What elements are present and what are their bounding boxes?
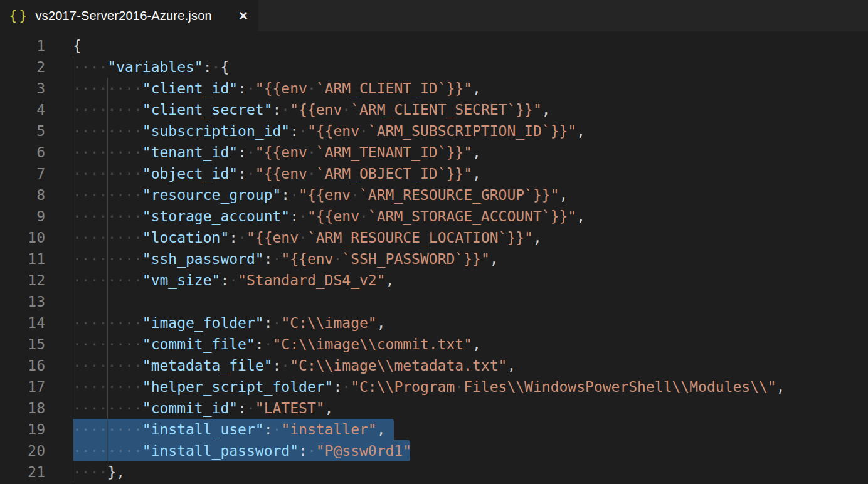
whitespace-dots: · — [281, 102, 290, 118]
whitespace-dots: ········ — [73, 123, 142, 139]
line-number[interactable]: 5 — [0, 120, 45, 142]
code-token: `ARM_SUBSCRIPTION_ID`}}" — [368, 123, 576, 139]
tab-close-icon[interactable]: ✕ — [237, 9, 250, 23]
whitespace-dots: ········ — [73, 400, 142, 416]
line-number[interactable]: 13 — [0, 291, 45, 312]
code-line[interactable]: 19········"install_user":·"installer", — [0, 419, 868, 440]
code-token: "{{env — [299, 187, 351, 203]
code-line[interactable]: 9········"storage_account":·"{{env·`ARM_… — [0, 206, 868, 227]
line-number[interactable]: 12 — [0, 270, 45, 291]
code-line[interactable]: 16········"metadata_file":·"C:\\image\\m… — [0, 355, 868, 376]
code-text: ········"client_secret":·"{{env·`ARM_CLI… — [73, 99, 551, 120]
code-line[interactable]: 4········"client_secret":·"{{env·`ARM_CL… — [0, 99, 868, 120]
code-token: : — [290, 123, 299, 139]
whitespace-dots: · — [238, 229, 246, 246]
code-token: "metadata_file" — [142, 357, 273, 374]
line-number[interactable]: 3 — [0, 78, 45, 99]
code-line[interactable]: 2····"variables":·{ — [0, 56, 868, 78]
line-number[interactable]: 19 — [0, 419, 45, 440]
line-number[interactable]: 6 — [0, 142, 45, 163]
whitespace-dots: · — [299, 229, 307, 246]
line-number[interactable]: 8 — [0, 184, 45, 206]
code-text: ········"install_user":·"installer", — [73, 419, 386, 440]
line-number[interactable]: 2 — [0, 56, 45, 78]
code-line[interactable]: 6········"tenant_id":·"{{env·`ARM_TENANT… — [0, 142, 868, 163]
line-number[interactable]: 11 — [0, 248, 45, 270]
line-number[interactable]: 20 — [0, 440, 45, 461]
line-number[interactable]: 17 — [0, 376, 45, 397]
code-line[interactable]: 5········"subscription_id":·"{{env·`ARM_… — [0, 120, 868, 142]
code-token: : — [238, 80, 246, 97]
whitespace-dots: · — [333, 251, 342, 267]
code-token: , — [533, 229, 542, 246]
code-token: { — [73, 38, 82, 54]
whitespace-dots: ········ — [73, 336, 142, 352]
code-line[interactable]: 1{ — [0, 35, 868, 56]
code-line[interactable]: 17········"helper_script_folder":·"C:\\P… — [0, 376, 868, 397]
line-number[interactable]: 16 — [0, 355, 45, 376]
code-line[interactable]: 18········"commit_id":·"LATEST", — [0, 397, 868, 419]
whitespace-dots: ········ — [73, 315, 142, 331]
code-token: "tenant_id" — [142, 144, 238, 160]
line-number[interactable]: 15 — [0, 334, 45, 355]
code-line[interactable]: 20········"install_password":·"P@ssw0rd1… — [0, 440, 868, 461]
code-token: : — [229, 229, 238, 246]
code-token: "resource_group" — [142, 187, 282, 203]
whitespace-dots: · — [351, 187, 359, 203]
code-line[interactable]: 8········"resource_group":·"{{env·`ARM_R… — [0, 184, 868, 206]
line-number[interactable]: 9 — [0, 206, 45, 227]
whitespace-dots: ········ — [73, 443, 142, 459]
code-line[interactable]: 13 — [0, 291, 868, 312]
line-number[interactable]: 21 — [0, 461, 45, 483]
line-number[interactable]: 1 — [0, 35, 45, 56]
code-token: "{{env — [290, 102, 342, 118]
line-number[interactable]: 18 — [0, 397, 45, 419]
code-line[interactable]: 10········"location":·"{{env·`ARM_RESOUR… — [0, 227, 868, 248]
code-line[interactable]: 21····}, — [0, 461, 868, 483]
code-token: , — [576, 123, 585, 139]
line-number[interactable]: 7 — [0, 163, 45, 184]
indent-guide — [107, 291, 108, 312]
whitespace-dots: ········ — [73, 421, 142, 438]
code-token: : — [299, 443, 307, 459]
code-token: , — [472, 80, 481, 97]
code-text: ····}, — [73, 461, 125, 483]
code-line[interactable]: 3········"client_id":·"{{env·`ARM_CLIENT… — [0, 78, 868, 99]
code-token: `SSH_PASSWORD`}}" — [342, 251, 489, 267]
code-line[interactable]: 11········"ssh_password":·"{{env·`SSH_PA… — [0, 248, 868, 270]
whitespace-dots: · — [229, 272, 238, 288]
code-token: "{{env — [281, 251, 333, 267]
code-lines-container: 1{2····"variables":·{3········"client_id… — [0, 35, 868, 483]
code-token: "image_folder" — [142, 315, 264, 331]
code-line[interactable]: 14········"image_folder":·"C:\\image", — [0, 312, 868, 334]
code-text: ········"ssh_password":·"{{env·`SSH_PASS… — [73, 248, 499, 270]
line-number[interactable]: 4 — [0, 99, 45, 120]
code-token: : — [264, 315, 273, 331]
code-token: "{{env — [255, 166, 307, 182]
code-token: "client_secret" — [142, 102, 273, 118]
code-token: : — [203, 59, 212, 75]
code-line[interactable]: 15········"commit_file":·"C:\\image\\com… — [0, 334, 868, 355]
whitespace-dots: · — [290, 187, 299, 203]
whitespace-dots: · — [359, 123, 368, 139]
code-editor[interactable]: 1{2····"variables":·{3········"client_id… — [0, 31, 868, 484]
code-text: ····"variables":·{ — [73, 56, 229, 78]
code-line[interactable]: 12········"vm_size":·"Standard_DS4_v2", — [0, 270, 868, 291]
tab-vs2017-server2016-azure-json[interactable]: {} vs2017-Server2016-Azure.json ✕ — [0, 0, 258, 31]
json-braces-icon: {} — [9, 8, 29, 23]
code-token: "install_user" — [142, 421, 264, 438]
code-token: "helper_script_folder" — [142, 379, 334, 395]
code-text: ········"commit_id":·"LATEST", — [73, 397, 333, 419]
line-number[interactable]: 10 — [0, 227, 45, 248]
whitespace-dots: · — [212, 59, 221, 75]
code-text: ········"resource_group":·"{{env·`ARM_RE… — [73, 184, 568, 206]
code-token: , — [377, 421, 386, 438]
code-token: { — [220, 59, 229, 75]
code-token: "ssh_password" — [142, 251, 264, 267]
whitespace-dots: · — [342, 379, 351, 395]
whitespace-dots: · — [307, 443, 316, 459]
code-token: "C:\\image" — [281, 315, 376, 331]
whitespace-dots: · — [342, 102, 351, 118]
line-number[interactable]: 14 — [0, 312, 45, 334]
code-line[interactable]: 7········"object_id":·"{{env·`ARM_OBJECT… — [0, 163, 868, 184]
